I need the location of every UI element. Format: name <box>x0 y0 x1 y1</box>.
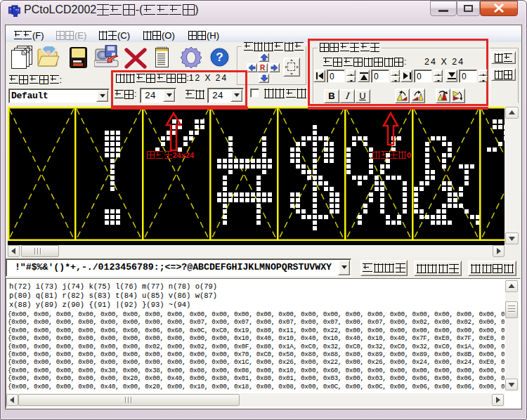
svg-text:?: ? <box>216 51 223 64</box>
